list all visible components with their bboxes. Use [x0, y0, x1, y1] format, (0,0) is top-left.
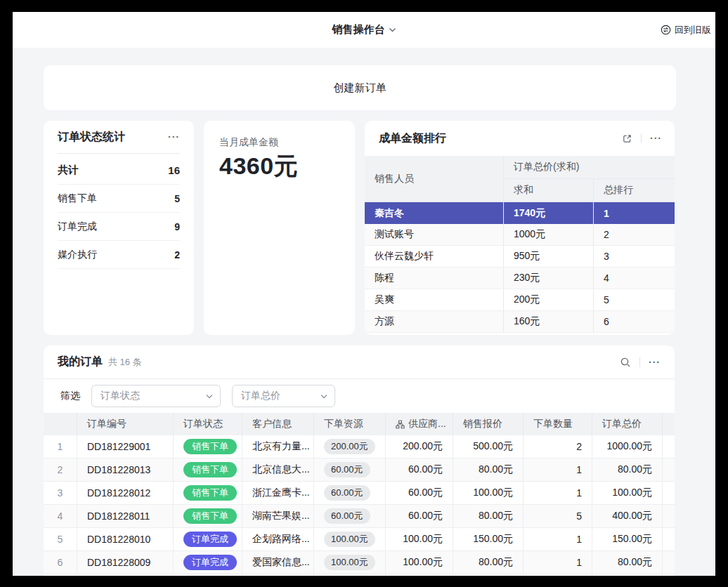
- supplier-price: 60.00元: [386, 505, 453, 527]
- divider: [641, 133, 642, 143]
- sitemap-icon: [396, 420, 405, 429]
- order-no: DD181228013: [77, 459, 174, 481]
- ranking-table-header: 销售人员 订单总价(求和) 求和 总排行: [365, 156, 675, 202]
- salesperson-name: 陈程: [365, 268, 504, 289]
- open-in-new-icon[interactable]: [622, 133, 632, 144]
- ranking-row[interactable]: 陈程 230元 4: [365, 268, 675, 289]
- col-qty: 下单数量: [524, 413, 592, 435]
- customer-info: 湖南芒果娱...: [242, 505, 314, 527]
- order-qty: 1: [524, 528, 592, 550]
- rank-value: 5: [594, 289, 675, 310]
- order-qty: 1: [524, 551, 592, 574]
- ranking-card-header: 成单金额排行 ···: [365, 121, 675, 156]
- row-number: 3: [44, 482, 77, 504]
- row-spacer: [663, 435, 675, 458]
- col-quote: 销售报价: [453, 413, 524, 435]
- sum-value: 950元: [504, 246, 594, 267]
- select-placeholder: 订单总价: [241, 390, 280, 402]
- status-row-total[interactable]: 共计 16: [58, 157, 180, 185]
- order-total: 150.00元: [592, 528, 663, 550]
- ranking-row[interactable]: 吴爽 200元 5: [365, 289, 675, 311]
- workspace-switcher[interactable]: 销售操作台: [332, 12, 396, 48]
- filter-bar: 筛选 订单状态 订单总价: [44, 379, 675, 413]
- month-amount-label: 当月成单金额: [219, 136, 339, 149]
- divider: [639, 357, 640, 367]
- order-total: 100.00元: [592, 482, 663, 504]
- my-orders-card: 我的订单 共 16 条 ··· 筛选 订单状态: [44, 345, 675, 576]
- status-value: 2: [174, 249, 180, 260]
- col-rank: 总排行: [594, 179, 675, 202]
- order-total: 400.00元: [592, 505, 663, 527]
- ranking-row[interactable]: 方源 160元 6: [365, 311, 675, 333]
- salesperson-name: 伙伴云魏少轩: [365, 246, 504, 267]
- sum-value: 230元: [504, 268, 594, 289]
- orders-table-body: 1 DD181229001 销售下单 北京有力量... 200.00元 200.…: [44, 435, 675, 574]
- status-value: 16: [168, 164, 180, 176]
- order-row[interactable]: 4 DD181228011 销售下单 湖南芒果娱... 60.00元 60.00…: [44, 505, 675, 528]
- order-no: DD181228011: [77, 505, 174, 527]
- rank-value: 4: [594, 268, 675, 289]
- rank-value: 3: [594, 246, 675, 267]
- order-row[interactable]: 1 DD181229001 销售下单 北京有力量... 200.00元 200.…: [44, 435, 675, 459]
- back-to-old-label: 回到旧版: [675, 24, 711, 37]
- salesperson-name: 秦吉冬: [365, 202, 504, 224]
- status-card-title: 订单状态统计: [58, 130, 125, 145]
- resource-badge: 100.00元: [324, 532, 375, 547]
- sales-quote: 80.00元: [453, 505, 524, 527]
- orders-table-header: 订单编号 订单状态 客户信息 下单资源 供应商... 销售报价 下单数量 订单总…: [44, 413, 675, 435]
- order-total: 80.00元: [592, 551, 663, 574]
- order-status-stats-card: 订单状态统计 ··· 共计 16 销售下单 5 订单完成 9 媒介执行: [44, 121, 194, 335]
- order-row[interactable]: 5 DD181228010 订单完成 企划路网络... 100.00元 100.…: [44, 528, 675, 551]
- status-badge: 销售下单: [183, 508, 237, 525]
- order-qty: 1: [524, 482, 592, 504]
- more-menu-icon[interactable]: ···: [649, 357, 661, 367]
- ranking-row[interactable]: 秦吉冬 1740元 1: [365, 202, 675, 224]
- status-list: 共计 16 销售下单 5 订单完成 9 媒介执行 2: [58, 154, 180, 269]
- chevron-down-icon: [206, 394, 213, 399]
- more-menu-icon[interactable]: ···: [650, 133, 662, 143]
- resource-badge: 60.00元: [324, 462, 370, 477]
- order-status-filter-select[interactable]: 订单状态: [91, 385, 221, 407]
- col-supplier: 供应商...: [386, 413, 453, 435]
- col-customer: 客户信息: [242, 413, 314, 435]
- sum-value: 1740元: [504, 202, 594, 224]
- order-row[interactable]: 2 DD181228013 销售下单 北京信息大... 60.00元 60.00…: [44, 459, 675, 482]
- order-row[interactable]: 3 DD181228012 销售下单 浙江金鹰卡... 60.00元 60.00…: [44, 482, 675, 505]
- order-total: 80.00元: [592, 459, 663, 481]
- status-value: 5: [174, 193, 180, 204]
- status-card-header: 订单状态统计 ···: [58, 121, 180, 154]
- row-number: 6: [44, 551, 77, 574]
- row-spacer: [663, 459, 675, 481]
- sales-quote: 500.00元: [453, 435, 524, 458]
- app-window: 销售操作台 回到旧版 创建新订单 订单状态统计 ··· 共计: [13, 12, 715, 576]
- status-row[interactable]: 订单完成 9: [58, 213, 180, 241]
- order-row[interactable]: 6 DD181228009 订单完成 爱国家信息... 100.00元 100.…: [44, 551, 675, 574]
- dashboard: 创建新订单 订单状态统计 ··· 共计 16 销售下单 5 订单完成 9: [13, 48, 715, 576]
- back-to-old-version-button[interactable]: 回到旧版: [661, 12, 711, 48]
- col-order-status: 订单状态: [174, 413, 242, 435]
- col-total: 订单总价: [592, 413, 663, 435]
- more-menu-icon[interactable]: ···: [168, 132, 180, 142]
- status-row[interactable]: 媒介执行 2: [58, 241, 180, 269]
- row-spacer: [663, 482, 675, 504]
- ranking-row[interactable]: 伙伴云魏少轩 950元 3: [365, 246, 675, 268]
- status-badge: 销售下单: [183, 462, 237, 478]
- col-order-total-sum: 订单总价(求和): [504, 156, 675, 179]
- search-icon[interactable]: [620, 357, 631, 368]
- create-order-button[interactable]: 创建新订单: [44, 65, 676, 110]
- filter-label: 筛选: [60, 390, 80, 402]
- row-number: 1: [44, 435, 77, 458]
- row-spacer: [663, 505, 675, 527]
- col-resource: 下单资源: [314, 413, 386, 435]
- row-number: 5: [44, 528, 77, 550]
- order-qty: 1: [524, 459, 592, 481]
- supplier-price: 100.00元: [386, 528, 453, 550]
- col-order-no: 订单编号: [77, 413, 174, 435]
- order-total-filter-select[interactable]: 订单总价: [232, 385, 335, 407]
- sum-value: 1000元: [504, 224, 594, 245]
- orders-card-title: 我的订单: [58, 355, 103, 369]
- status-row[interactable]: 销售下单 5: [58, 185, 180, 213]
- col-row-number: [44, 413, 77, 435]
- ranking-row[interactable]: 测试账号 1000元 2: [365, 224, 675, 246]
- salesperson-name: 测试账号: [365, 224, 504, 245]
